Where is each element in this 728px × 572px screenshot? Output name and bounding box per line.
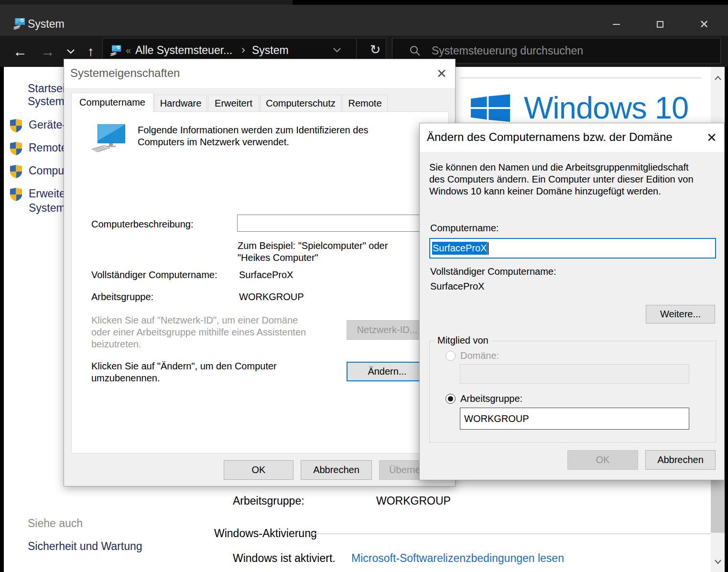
network-id-button: Netzwerk-ID... bbox=[347, 320, 428, 340]
minimize-icon bbox=[613, 24, 620, 25]
activation-status: Windows ist aktiviert. bbox=[233, 552, 336, 565]
computer-name-input[interactable]: SurfaceProX bbox=[429, 238, 716, 259]
domain-input bbox=[460, 364, 689, 384]
uac-shield-icon bbox=[10, 119, 22, 133]
description-example-text: Zum Beispiel: "Spielcomputer" oder "Heik… bbox=[238, 240, 388, 264]
forward-icon: → bbox=[41, 43, 55, 60]
more-button[interactable]: Weitere... bbox=[646, 305, 715, 324]
computer-description-label: Computerbeschreibung: bbox=[91, 219, 193, 230]
background-workgroup-label: Arbeitsgruppe: bbox=[233, 495, 304, 507]
refresh-button[interactable]: ↻ bbox=[365, 42, 386, 60]
full-computer-name-label: Vollständiger Computername: bbox=[91, 270, 217, 281]
tab-remote[interactable]: Remote bbox=[342, 95, 388, 112]
close-icon: ✕ bbox=[699, 18, 709, 31]
workgroup-input[interactable] bbox=[460, 408, 689, 430]
forward-button[interactable]: → bbox=[36, 36, 59, 67]
system-properties-dialog: Systemeigenschaften ✕ Computername Hardw… bbox=[64, 59, 456, 486]
title-bar: System ✕ bbox=[0, 5, 728, 36]
close-button[interactable]: ✕ bbox=[693, 15, 715, 33]
breadcrumb-dropdown-icon[interactable] bbox=[333, 48, 341, 53]
scrollbar-down-button[interactable] bbox=[711, 555, 725, 568]
background-workgroup-value: WORKGROUP bbox=[376, 495, 451, 507]
domain-label: Domäne: bbox=[460, 350, 499, 361]
breadcrumb-item-all-control-panel[interactable]: Alle Systemsteuer... bbox=[135, 44, 232, 57]
close-icon: ✕ bbox=[706, 130, 717, 145]
dialog-description: Sie können den Namen und die Arbeitsgrup… bbox=[429, 162, 694, 197]
domain-radio bbox=[445, 351, 456, 361]
license-terms-link[interactable]: Microsoft-Softwarelizenzbedingungen lese… bbox=[351, 552, 564, 565]
dialog-title-bar: Ändern des Computernamens bzw. der Domän… bbox=[420, 123, 724, 152]
windows-activation-heading: Windows-Aktivierung bbox=[214, 527, 317, 540]
back-icon: ← bbox=[13, 43, 27, 60]
tab-hardware[interactable]: Hardware bbox=[154, 95, 207, 112]
full-computer-name-value: SurfaceProX bbox=[239, 270, 293, 281]
top-strip bbox=[0, 0, 293, 5]
search-input[interactable] bbox=[431, 39, 713, 63]
full-computer-name-value: SurfaceProX bbox=[430, 281, 484, 292]
dialog-title: Ändern des Computernamens bzw. der Domän… bbox=[427, 130, 673, 144]
scrollbar-up-button[interactable] bbox=[711, 72, 725, 84]
maximize-icon bbox=[657, 21, 663, 28]
cancel-button[interactable]: Abbrechen bbox=[645, 450, 716, 470]
cancel-button[interactable]: Abbrechen bbox=[301, 460, 372, 480]
see-also-heading: Siehe auch bbox=[28, 517, 83, 530]
computername-tab-page: Folgende Informationen werden zum Identi… bbox=[71, 111, 449, 453]
workgroup-value: WORKGROUP bbox=[239, 291, 304, 302]
member-of-label: Mitglied von bbox=[435, 335, 491, 346]
sidebar-link-security-maintenance[interactable]: Sicherheit und Wartung bbox=[28, 540, 142, 553]
selected-text: SurfaceProX bbox=[432, 242, 487, 255]
text-caret bbox=[488, 242, 489, 255]
dialog-title: Systemeigenschaften bbox=[70, 66, 180, 80]
top-strip-dark bbox=[293, 0, 728, 5]
minimize-button[interactable] bbox=[605, 15, 627, 33]
window-left-edge bbox=[0, 67, 4, 572]
refresh-icon: ↻ bbox=[370, 43, 381, 57]
uac-shield-icon bbox=[10, 164, 22, 179]
breadcrumb-item-system[interactable]: System bbox=[252, 44, 289, 57]
computer-icon bbox=[11, 17, 26, 32]
workgroup-radio[interactable] bbox=[445, 394, 456, 404]
window-title: System bbox=[28, 18, 65, 31]
breadcrumb-collapse-chevron[interactable]: « bbox=[126, 45, 131, 56]
computer-name-label: Computername: bbox=[430, 223, 499, 234]
back-button[interactable]: ← bbox=[9, 36, 32, 67]
tab-erweitert[interactable]: Erweitert bbox=[208, 95, 259, 112]
dialog-title-bar: Systemeigenschaften ✕ bbox=[64, 59, 455, 88]
dialog-close-button[interactable]: ✕ bbox=[433, 65, 450, 82]
windows10-wordmark: Windows 10 bbox=[524, 90, 688, 126]
dialog-close-button[interactable]: ✕ bbox=[703, 129, 721, 146]
computer-illustration-icon bbox=[91, 124, 127, 156]
change-button[interactable]: Ändern... bbox=[347, 362, 428, 381]
uac-shield-icon bbox=[10, 141, 22, 156]
workgroup-label: Arbeitsgruppe: bbox=[91, 291, 153, 302]
activation-divider bbox=[312, 533, 711, 534]
intro-text: Folgende Informationen werden zum Identi… bbox=[138, 124, 369, 148]
rename-computer-dialog: Ändern des Computernamens bzw. der Domän… bbox=[419, 123, 725, 480]
ok-button[interactable]: OK bbox=[224, 460, 293, 480]
chevron-down-icon bbox=[67, 49, 75, 54]
maximize-button[interactable] bbox=[649, 15, 671, 33]
window-right-edge bbox=[725, 67, 728, 572]
search-icon bbox=[410, 45, 420, 56]
section-divider bbox=[460, 77, 701, 78]
tab-computername[interactable]: Computername bbox=[71, 93, 153, 112]
tab-computerschutz[interactable]: Computerschutz bbox=[260, 95, 341, 112]
ok-button: OK bbox=[567, 450, 638, 470]
close-icon: ✕ bbox=[436, 66, 447, 81]
computer-icon bbox=[109, 44, 122, 58]
workgroup-label: Arbeitsgruppe: bbox=[460, 393, 522, 404]
up-icon: ↑ bbox=[87, 44, 94, 59]
breadcrumb-separator-icon: › bbox=[241, 43, 245, 56]
chevron-up-icon bbox=[715, 76, 721, 80]
uac-shield-icon bbox=[10, 187, 22, 202]
rename-help-text: Klicken Sie auf "Ändern", um den Compute… bbox=[91, 360, 277, 384]
full-computer-name-label: Vollständiger Computername: bbox=[430, 266, 556, 277]
member-of-groupbox: Mitglied von Domäne: Arbeitsgruppe: bbox=[429, 341, 716, 442]
system-control-panel-window: System ✕ ← → ↑ « Alle Systemsteuer... › … bbox=[0, 0, 728, 572]
chevron-down-icon bbox=[715, 560, 721, 564]
windows-logo-icon bbox=[471, 93, 510, 124]
network-id-help-text: Klicken Sie auf "Netzwerk-ID", um einer … bbox=[91, 314, 306, 350]
